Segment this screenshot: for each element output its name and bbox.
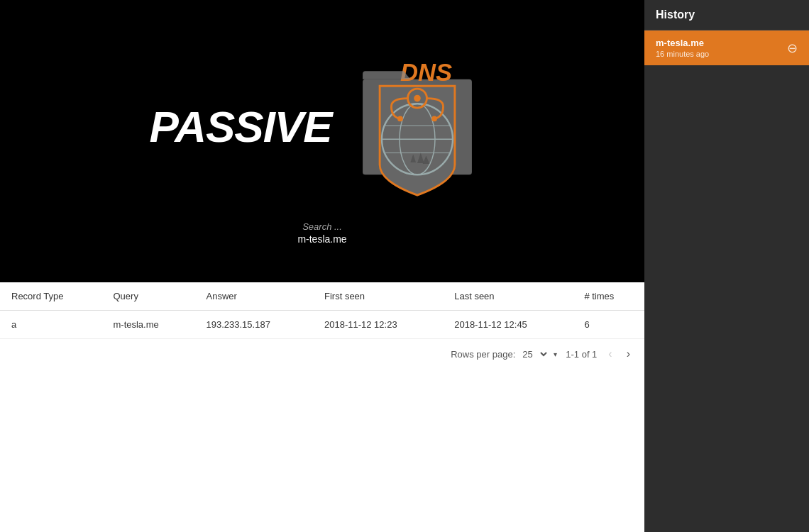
svg-point-12 (397, 116, 403, 121)
rows-per-page-control: Rows per page: 25 50 100 ▾ (451, 348, 557, 360)
history-item-domain: m-tesla.me (656, 38, 709, 48)
col-record-type: Record Type (0, 282, 101, 311)
dns-shield-graphic: DNS (339, 38, 495, 216)
table-body: am-tesla.me193.233.15.1872018-11-12 12:2… (0, 311, 644, 339)
svg-point-11 (431, 116, 437, 121)
search-bar-area: Search ... m-tesla.me (297, 221, 346, 245)
dns-logo: PASSIVE (149, 38, 495, 216)
history-header: History (644, 0, 809, 31)
prev-page-button[interactable]: ‹ (605, 346, 615, 362)
pagination-info: 1-1 of 1 (566, 349, 597, 360)
pagination-row: Rows per page: 25 50 100 ▾ 1-1 of 1 ‹ › (0, 339, 644, 369)
rows-per-page-select[interactable]: 25 50 100 (519, 348, 549, 360)
results-table: Record Type Query Answer First seen Last… (0, 282, 644, 339)
col-answer: Answer (195, 282, 314, 311)
cell-0: a (0, 311, 101, 339)
cell-1: m-tesla.me (101, 311, 194, 339)
cell-5: 6 (573, 311, 644, 339)
dropdown-arrow-icon: ▾ (554, 350, 557, 358)
table-header-row: Record Type Query Answer First seen Last… (0, 282, 644, 311)
search-prompt: Search ... (297, 221, 346, 232)
col-last-seen: Last seen (443, 282, 573, 311)
cell-2: 193.233.15.187 (195, 311, 314, 339)
passive-label: PASSIVE (149, 101, 331, 152)
history-item-time: 16 minutes ago (656, 50, 709, 58)
remove-history-icon[interactable]: ⊖ (787, 42, 798, 55)
col-first-seen: First seen (313, 282, 443, 311)
history-item-text: m-tesla.me 16 minutes ago (656, 38, 709, 58)
cell-3: 2018-11-12 12:23 (313, 311, 443, 339)
col-times: # times (573, 282, 644, 311)
cell-4: 2018-11-12 12:45 (443, 311, 573, 339)
table-area: Record Type Query Answer First seen Last… (0, 282, 644, 532)
hero-banner: PASSIVE (0, 0, 644, 282)
rows-per-page-label: Rows per page: (451, 349, 515, 360)
svg-text:DNS: DNS (400, 58, 452, 85)
history-item[interactable]: m-tesla.me 16 minutes ago ⊖ (644, 31, 809, 65)
next-page-button[interactable]: › (624, 346, 633, 362)
history-list: m-tesla.me 16 minutes ago ⊖ (644, 31, 809, 65)
history-sidebar: History m-tesla.me 16 minutes ago ⊖ (644, 0, 809, 532)
svg-point-10 (414, 94, 421, 101)
table-row: am-tesla.me193.233.15.1872018-11-12 12:2… (0, 311, 644, 339)
main-content: PASSIVE (0, 0, 644, 532)
hero-logo-area: PASSIVE (149, 38, 495, 245)
col-query: Query (101, 282, 194, 311)
search-value: m-tesla.me (297, 233, 346, 245)
